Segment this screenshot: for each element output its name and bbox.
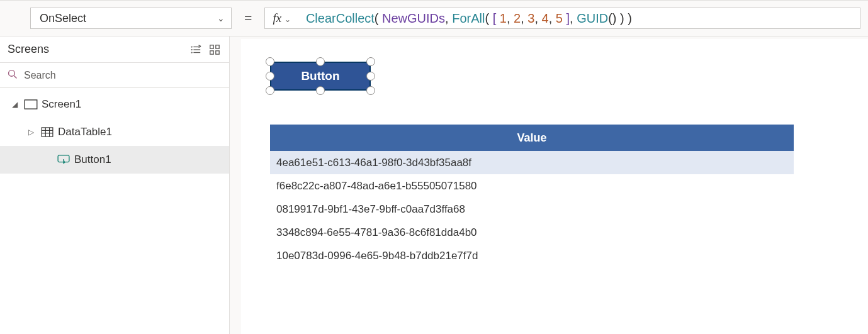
table-row[interactable]: f6e8c22c-a807-48ad-a6e1-b55505071580	[270, 174, 794, 198]
resize-handle-mr[interactable]	[366, 72, 375, 81]
property-selector[interactable]: OnSelect ⌄	[30, 8, 232, 29]
resize-handle-br[interactable]	[366, 86, 375, 95]
caret-down-icon: ◢	[10, 100, 19, 109]
svg-rect-8	[210, 45, 213, 48]
main-split: Screens	[0, 36, 868, 334]
svg-rect-15	[42, 128, 53, 136]
table-row[interactable]: 3348c894-6e55-4781-9a36-8c6f81dda4b0	[270, 221, 794, 244]
selected-control-button[interactable]: Button	[270, 62, 371, 91]
tree-item-datatable1[interactable]: ▷ DataTable1	[0, 118, 229, 146]
table-cell-value: 10e0783d-0996-4e65-9b48-b7ddb21e7f7d	[276, 250, 478, 262]
table-row[interactable]: 10e0783d-0996-4e65-9b48-b7ddb21e7f7d	[270, 244, 794, 267]
svg-point-1	[191, 47, 192, 47]
table-row[interactable]: 0819917d-9bf1-43e7-9bff-c0aa7d3ffa68	[270, 198, 794, 221]
button-text: Button	[301, 69, 339, 83]
svg-point-3	[191, 49, 192, 50]
formula-bar: OnSelect ⌄ = fx ⌄ ClearCollect( NewGUIDs…	[0, 0, 868, 36]
tree-panel-icons	[190, 44, 220, 55]
svg-line-13	[14, 75, 16, 78]
datatable-control[interactable]: Value 4ea61e51-c613-46a1-98f0-3d43bf35aa…	[270, 125, 794, 267]
search-icon	[8, 69, 18, 82]
resize-handle-tl[interactable]	[266, 57, 274, 66]
tree-item-label: Screen1	[39, 98, 81, 111]
svg-rect-10	[210, 50, 213, 53]
resize-handle-tr[interactable]	[366, 57, 375, 66]
canvas[interactable]: Button Value 4ea61e51-c613-46a1-98f0-3d4…	[230, 36, 868, 334]
button-icon	[55, 155, 72, 165]
svg-rect-11	[216, 50, 219, 53]
svg-rect-14	[25, 100, 37, 109]
table-cell-value: 3348c894-6e55-4781-9a36-8c6f81dda4b0	[276, 226, 477, 239]
caret-right-icon: ▷	[26, 128, 35, 136]
table-row[interactable]: 4ea61e51-c613-46a1-98f0-3d43bf35aa8f	[270, 151, 794, 174]
datatable-header[interactable]: Value	[270, 125, 794, 151]
tree-panel-title: Screens	[8, 43, 49, 56]
chevron-down-icon: ⌄	[217, 13, 225, 23]
property-selector-value: OnSelect	[40, 12, 86, 25]
formula-text: ClearCollect( NewGUIDs, ForAll( [ 1, 2, …	[295, 11, 632, 26]
table-cell-value: f6e8c22c-a807-48ad-a6e1-b55505071580	[276, 180, 477, 192]
tree-panel-header: Screens	[0, 36, 229, 63]
screen-icon	[23, 99, 39, 109]
fx-icon: fx ⌄	[273, 11, 290, 25]
tree-item-button1[interactable]: Button1	[0, 146, 229, 174]
svg-rect-9	[216, 45, 219, 48]
table-cell-value: 0819917d-9bf1-43e7-9bff-c0aa7d3ffa68	[276, 203, 465, 216]
resize-handle-bm[interactable]	[316, 86, 325, 95]
tree-item-label: Button1	[72, 153, 111, 166]
tree-item-label: DataTable1	[55, 126, 112, 138]
tree-panel: Screens	[0, 36, 230, 334]
thumbnail-view-icon[interactable]	[209, 44, 220, 55]
resize-handle-tm[interactable]	[316, 57, 325, 66]
collapse-list-icon[interactable]	[190, 44, 201, 55]
table-cell-value: 4ea61e51-c613-46a1-98f0-3d43bf35aa8f	[276, 157, 471, 169]
formula-input[interactable]: fx ⌄ ClearCollect( NewGUIDs, ForAll( [ 1…	[264, 8, 860, 29]
tree-item-screen1[interactable]: ◢ Screen1	[0, 91, 229, 118]
resize-handle-ml[interactable]	[266, 72, 274, 81]
datatable-header-label: Value	[517, 131, 546, 145]
resize-handle-bl[interactable]	[266, 86, 274, 95]
svg-point-5	[191, 52, 192, 53]
equals-sign: =	[232, 10, 264, 26]
tree: ◢ Screen1 ▷ DataTable1	[0, 88, 229, 174]
tree-search[interactable]: Search	[0, 63, 229, 88]
svg-point-12	[9, 70, 15, 76]
tree-search-placeholder: Search	[24, 70, 56, 81]
datatable-icon	[39, 127, 55, 137]
